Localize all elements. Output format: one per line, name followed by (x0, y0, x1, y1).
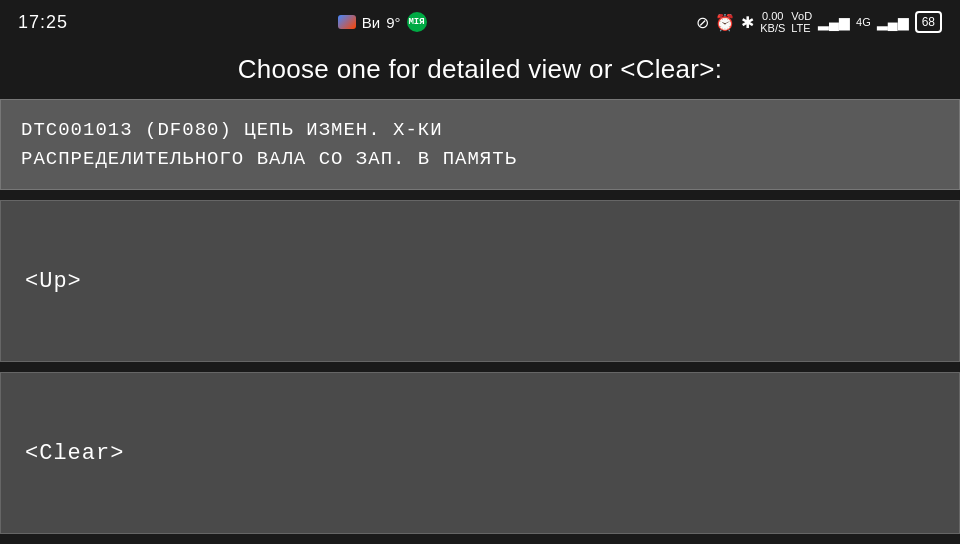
bluetooth-icon: ✱ (741, 13, 754, 32)
nfc-icon: ⊘ (696, 13, 709, 32)
signal-bars-2: ▂▄▆ (877, 14, 909, 30)
data-speed-label: 0.00KB/S (760, 10, 785, 34)
header: Choose one for detailed view or <Clear>: (0, 44, 960, 99)
page-title: Choose one for detailed view or <Clear>: (238, 54, 723, 84)
signal-bars-1: ▂▄▆ (818, 14, 850, 30)
status-right-icons: ⊘ ⏰ ✱ 0.00KB/S VoDLTE ▂▄▆ 4G ▂▄▆ 68 (696, 10, 942, 34)
signal-label-4g: 4G (856, 16, 871, 28)
dtc-line1: DTC001013 (DF080) ЦЕПЬ ИЗМЕН. Х-КИ (21, 116, 939, 145)
temp-label: 9° (386, 14, 400, 31)
battery-indicator: 68 (915, 11, 942, 33)
content-area: DTC001013 (DF080) ЦЕПЬ ИЗМЕН. Х-КИ РАСПР… (0, 99, 960, 544)
vi-label: Ви (362, 14, 380, 31)
alarm-icon: ⏰ (715, 13, 735, 32)
up-button[interactable]: <Up> (0, 200, 960, 362)
clear-label: <Clear> (25, 441, 124, 466)
mia-icon: МІЯ (407, 12, 427, 32)
up-label: <Up> (25, 269, 82, 294)
vod-label: VoDLTE (791, 10, 812, 34)
status-time: 17:25 (18, 12, 68, 33)
dtc-card[interactable]: DTC001013 (DF080) ЦЕПЬ ИЗМЕН. Х-КИ РАСПР… (0, 99, 960, 190)
status-bar: 17:25 Ви 9° МІЯ ⊘ ⏰ ✱ 0.00KB/S VoDLTE ▂▄… (0, 0, 960, 44)
speed-dash-icon (338, 15, 356, 29)
status-center-icons: Ви 9° МІЯ (338, 12, 427, 32)
clear-button[interactable]: <Clear> (0, 372, 960, 534)
dtc-line2: РАСПРЕДЕЛИТЕЛЬНОГО ВАЛА СО ЗАП. В ПАМЯТЬ (21, 145, 939, 174)
